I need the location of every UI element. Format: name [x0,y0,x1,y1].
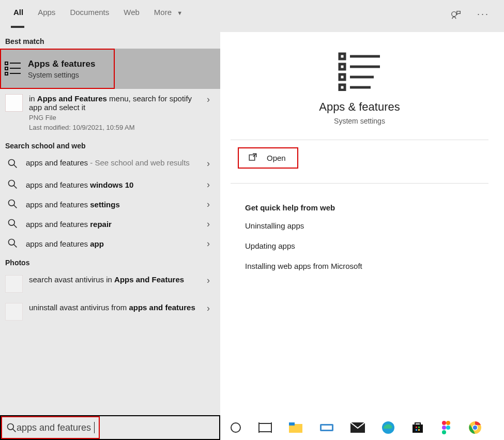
best-match-title: Apps & features [28,59,95,69]
svg-point-45 [442,426,446,430]
result-title: apps and features repair [26,220,195,229]
keyboard-icon[interactable] [319,422,334,433]
web-result-1[interactable]: apps and features - See school and web r… [0,153,220,175]
svg-line-12 [14,205,17,208]
search-scope-tabs: All Apps Documents Web More ▼ ··· [0,0,504,32]
svg-rect-25 [340,85,345,90]
result-title: in Apps and Features menu, search for sp… [29,94,195,112]
svg-rect-19 [340,54,345,59]
svg-point-0 [452,12,456,17]
task-view-icon[interactable] [258,422,272,433]
taskbar [220,415,504,440]
web-result-3[interactable]: apps and features settings › [0,194,220,214]
svg-line-8 [14,165,17,168]
result-title: search avast antivirus in Apps and Featu… [29,275,195,284]
best-match-result[interactable]: Apps & features System settings [0,49,115,89]
svg-point-43 [442,421,446,425]
quick-link-update[interactable]: Updating apps [245,241,488,250]
figma-icon[interactable] [440,420,452,435]
search-icon [6,422,17,433]
svg-rect-29 [259,423,271,432]
open-button[interactable]: Open [238,147,298,169]
svg-rect-42 [418,429,420,431]
file-thumbnail-icon [5,303,23,321]
search-box[interactable] [0,415,220,440]
chevron-right-icon[interactable]: › [202,199,215,210]
photo-result-1[interactable]: search avast antivirus in Apps and Featu… [0,270,220,298]
feedback-icon[interactable] [450,9,462,23]
chevron-right-icon[interactable]: › [202,219,215,230]
chevron-right-icon[interactable]: › [202,303,215,314]
quick-link-install-web[interactable]: Installing web apps from Microsoft [245,262,488,270]
svg-line-10 [14,186,17,189]
svg-line-16 [14,245,17,248]
svg-point-50 [473,426,477,430]
svg-rect-38 [413,424,423,433]
preview-panel: Apps & features System settings Open Get… [220,32,504,440]
chevron-right-icon[interactable]: › [202,94,215,105]
svg-rect-5 [5,72,8,75]
photo-result-2[interactable]: uninstall avast antivirus from apps and … [0,298,220,326]
search-icon [7,179,19,190]
web-result-2[interactable]: apps and features windows 10 › [0,175,220,194]
svg-point-17 [8,424,14,430]
edge-icon[interactable] [381,421,395,434]
tab-documents[interactable]: Documents [63,4,116,28]
mail-icon[interactable] [350,422,365,433]
result-title: apps and features app [26,239,195,248]
tab-more[interactable]: More ▼ [147,4,190,28]
result-modified: Last modified: 10/9/2021, 10:59 AM [29,124,195,131]
web-result-5[interactable]: apps and features app › [0,234,220,253]
svg-rect-39 [416,427,417,428]
svg-point-7 [9,160,15,166]
best-match-subtitle: System settings [28,71,95,79]
quick-help-header: Get quick help from web [245,203,488,212]
tab-apps[interactable]: Apps [30,4,63,28]
search-icon [7,218,19,230]
svg-point-46 [446,426,450,430]
svg-rect-35 [322,426,332,430]
svg-rect-40 [418,427,420,428]
file-thumbnail-icon [5,275,23,293]
svg-point-11 [9,200,15,206]
divider [231,140,488,140]
svg-rect-23 [340,74,345,80]
text-cursor [94,422,95,433]
section-school-web: Search school and web [0,136,220,153]
result-title: apps and features settings [26,200,195,209]
options-icon[interactable]: ··· [477,9,490,23]
svg-rect-21 [340,64,345,69]
svg-rect-41 [416,429,417,431]
search-icon [7,158,19,170]
tab-all[interactable]: All [6,4,30,28]
chevron-right-icon[interactable]: › [202,158,215,169]
search-input[interactable] [17,422,94,433]
file-explorer-icon[interactable] [288,422,303,433]
svg-rect-33 [289,422,295,426]
svg-point-28 [231,423,240,432]
chevron-right-icon[interactable]: › [202,275,215,286]
tab-more-label: More [154,8,172,17]
chevron-right-icon[interactable]: › [202,179,215,190]
quick-link-uninstall[interactable]: Uninstalling apps [245,221,488,230]
divider [231,183,488,184]
tab-web[interactable]: Web [116,4,147,28]
web-result-4[interactable]: apps and features repair › [0,214,220,234]
chrome-icon[interactable] [468,421,482,434]
svg-rect-3 [5,67,8,70]
result-title: apps and features - See school and web r… [26,158,195,167]
preview-app-icon [231,51,488,91]
open-icon [248,153,257,163]
search-icon [7,199,19,210]
open-label: Open [267,154,286,162]
svg-point-9 [9,180,15,187]
store-icon[interactable] [411,421,424,434]
cortana-icon[interactable] [230,421,242,434]
preview-subtitle: System settings [231,117,488,125]
svg-line-18 [13,429,16,432]
file-thumbnail-icon [5,94,23,112]
result-png-file[interactable]: in Apps and Features menu, search for sp… [0,89,220,136]
result-title: uninstall avast antivirus from apps and … [29,303,195,312]
results-panel: Best match Apps & features System settin… [0,32,220,440]
chevron-right-icon[interactable]: › [202,238,215,249]
